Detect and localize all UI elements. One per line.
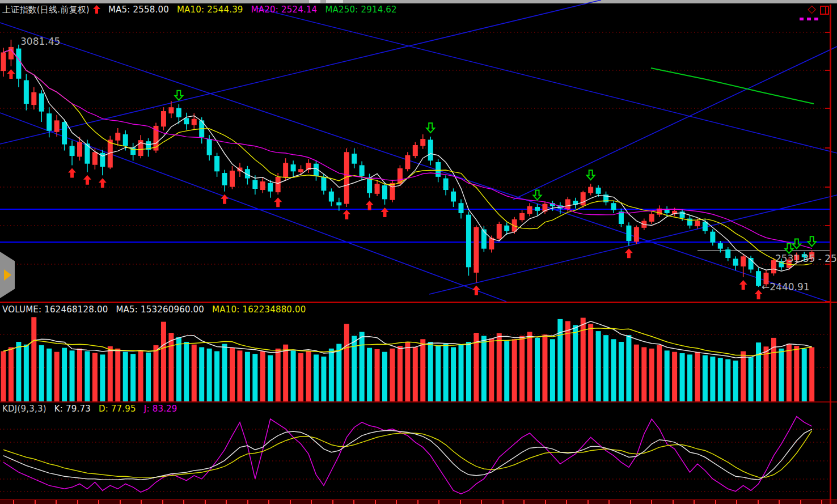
trendline[interactable] <box>256 8 837 153</box>
candle[interactable] <box>497 224 502 239</box>
candle[interactable] <box>329 192 334 202</box>
candle[interactable] <box>214 156 219 171</box>
candle[interactable] <box>725 249 730 258</box>
volume-bar <box>92 353 98 401</box>
candle[interactable] <box>649 214 654 222</box>
candle[interactable] <box>481 230 487 249</box>
candle[interactable] <box>756 271 761 286</box>
main-price-chart[interactable] <box>0 0 837 302</box>
candle[interactable] <box>588 187 593 193</box>
volume-bar <box>672 352 677 401</box>
candle[interactable] <box>367 177 372 193</box>
candle[interactable] <box>741 256 746 266</box>
candle[interactable] <box>581 192 586 205</box>
magenta-dash-icon <box>814 18 818 20</box>
candle[interactable] <box>459 203 464 213</box>
candle[interactable] <box>428 139 433 160</box>
candle[interactable] <box>46 113 52 131</box>
candle[interactable] <box>360 165 365 176</box>
split-window-icon[interactable] <box>820 6 829 15</box>
time-axis-tick <box>56 500 57 504</box>
candle[interactable] <box>420 139 425 146</box>
candle[interactable] <box>207 139 212 155</box>
candle[interactable] <box>504 226 509 231</box>
candle[interactable] <box>24 81 29 104</box>
candle[interactable] <box>382 185 387 200</box>
candle[interactable] <box>375 184 380 194</box>
time-axis-bar[interactable] <box>0 499 837 504</box>
candle[interactable] <box>115 133 120 141</box>
candle[interactable] <box>352 154 357 164</box>
kdj-j-value: J: 83.29 <box>144 404 177 414</box>
trendline[interactable] <box>0 23 828 302</box>
candle[interactable] <box>512 219 517 232</box>
candle[interactable] <box>54 120 60 132</box>
candle[interactable] <box>252 180 257 189</box>
candle[interactable] <box>405 155 410 170</box>
volume-bar <box>413 347 418 401</box>
candle[interactable] <box>192 119 197 125</box>
candle[interactable] <box>1 52 6 71</box>
candle[interactable] <box>77 142 82 157</box>
candle[interactable] <box>130 147 136 155</box>
candle[interactable] <box>710 232 715 243</box>
candle[interactable] <box>9 47 14 60</box>
volume-bar <box>329 349 334 401</box>
candle[interactable] <box>268 183 273 192</box>
candle[interactable] <box>665 209 670 213</box>
candle[interactable] <box>733 259 738 265</box>
candle[interactable] <box>336 202 341 205</box>
volume-bar <box>459 345 464 401</box>
candle[interactable] <box>283 163 288 177</box>
candle[interactable] <box>321 177 326 191</box>
candle[interactable] <box>260 181 265 190</box>
candle[interactable] <box>230 171 235 187</box>
volume-bar <box>176 337 181 401</box>
candle[interactable] <box>168 107 174 113</box>
candle[interactable] <box>611 203 616 210</box>
candle[interactable] <box>291 164 296 171</box>
candle[interactable] <box>176 108 181 117</box>
candle[interactable] <box>718 243 723 249</box>
candle[interactable] <box>70 146 75 156</box>
candle[interactable] <box>436 162 441 177</box>
candle[interactable] <box>466 215 471 268</box>
candle[interactable] <box>161 111 166 126</box>
volume-bar <box>504 341 509 401</box>
volume-bar <box>321 357 326 401</box>
kdj-chart[interactable] <box>0 402 837 499</box>
candle[interactable] <box>16 49 21 79</box>
volume-bar <box>428 342 433 401</box>
candle[interactable] <box>390 183 395 200</box>
candle[interactable] <box>535 207 540 211</box>
candle[interactable] <box>451 192 456 202</box>
candle[interactable] <box>92 152 98 164</box>
candle[interactable] <box>626 226 631 241</box>
candle[interactable] <box>634 227 639 242</box>
candle[interactable] <box>474 227 479 272</box>
volume-bar <box>718 358 723 401</box>
volume-chart[interactable] <box>0 302 837 402</box>
candle[interactable] <box>695 221 700 227</box>
candle[interactable] <box>443 179 449 190</box>
candle[interactable] <box>184 118 189 124</box>
diamond-tool-icon[interactable]: ◇ <box>808 3 816 14</box>
candle[interactable] <box>222 173 227 185</box>
trendline[interactable] <box>513 46 837 200</box>
low-price-label: ←2440.91 <box>762 281 810 293</box>
candle[interactable] <box>276 177 281 192</box>
buy-signal-marker <box>7 69 15 79</box>
candle[interactable] <box>565 199 570 209</box>
candle[interactable] <box>596 188 601 194</box>
candle[interactable] <box>527 206 532 214</box>
candle[interactable] <box>31 92 36 105</box>
volume-bar <box>527 332 532 401</box>
candle[interactable] <box>413 145 418 156</box>
candle[interactable] <box>62 122 67 145</box>
candle[interactable] <box>39 94 44 112</box>
candle[interactable] <box>123 134 128 146</box>
candle[interactable] <box>298 169 303 172</box>
candle[interactable] <box>619 211 624 224</box>
time-axis-tick <box>758 500 759 504</box>
candle[interactable] <box>519 213 525 220</box>
